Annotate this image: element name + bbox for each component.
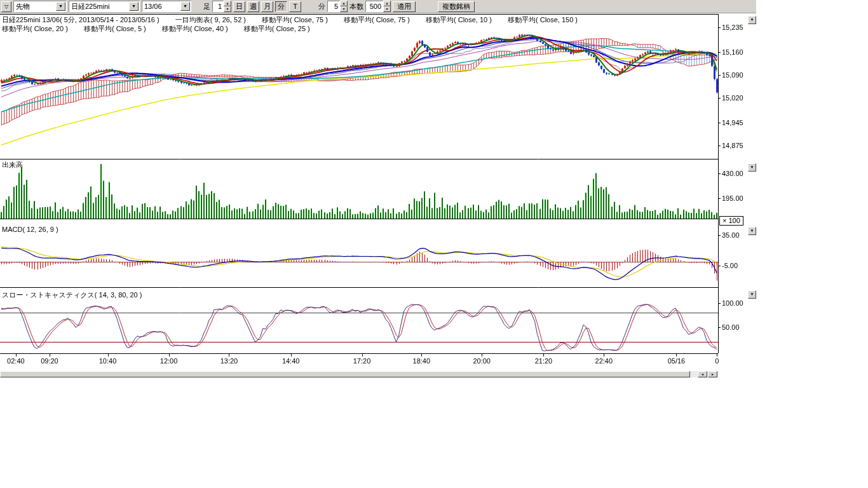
spin-down-button[interactable]: ▼ bbox=[383, 6, 391, 12]
chevron-down-icon: ▼ bbox=[750, 18, 754, 22]
contract-select-value: 13/06 bbox=[144, 3, 180, 10]
scroll-left-button[interactable]: ◄ bbox=[698, 371, 707, 377]
legend-ma-20: 移動平均( Close, 20 ) bbox=[2, 25, 68, 32]
minute-spinner: ▲ ▼ bbox=[327, 1, 348, 12]
legend-symbol-timeframe: 日経225mini 13/06( 5分, 2013/05/14 - 2013/0… bbox=[2, 16, 159, 24]
price-chart-canvas[interactable] bbox=[0, 14, 756, 360]
symbol-select-value: 日経225mini bbox=[71, 2, 129, 11]
contract-select[interactable]: 13/06 ▼ bbox=[142, 1, 191, 12]
chevron-down-icon: ▼ bbox=[750, 229, 754, 233]
volume-panel-title: 出来高 bbox=[2, 160, 23, 170]
legend-ma-40: 移動平均( Close, 40 ) bbox=[162, 25, 228, 32]
filter-button[interactable]: ▽ bbox=[1, 1, 11, 12]
arrow-up-icon: ▲ bbox=[342, 1, 346, 5]
stoch-panel-title: スロー・ストキャスティクス( 14, 3, 80, 20 ) bbox=[2, 290, 142, 300]
spin-up-button[interactable]: ▲ bbox=[383, 1, 391, 6]
symbol-select[interactable]: 日経225mini ▼ bbox=[69, 1, 140, 12]
price-panel-menu-button[interactable]: ▼ bbox=[748, 16, 756, 24]
spin-up-button[interactable]: ▲ bbox=[224, 1, 231, 6]
arrow-up-icon: ▲ bbox=[386, 1, 389, 5]
price-legend-row2: 移動平均( Close, 20 ) 移動平均( Close, 5 ) 移動平均(… bbox=[2, 24, 324, 34]
bar-interval-input[interactable] bbox=[212, 1, 224, 12]
volume-panel-menu-button[interactable]: ▼ bbox=[748, 163, 756, 172]
scroll-right-button[interactable]: ► bbox=[708, 371, 717, 377]
legend-ma-25: 移動平均( Close, 25 ) bbox=[244, 25, 310, 32]
legend-ma-75: 移動平均( Close, 75 ) bbox=[262, 16, 328, 24]
spin-down-button[interactable]: ▼ bbox=[340, 6, 348, 12]
toolbar: ▽ 先物 ▼ 日経225mini ▼ 13/06 ▼ 足 ▲ ▼ 日 週 月 分… bbox=[0, 0, 756, 13]
macd-panel-title: MACD( 12, 26, 9 ) bbox=[2, 226, 58, 233]
category-select[interactable]: 先物 ▼ bbox=[13, 1, 67, 12]
multi-symbol-button[interactable]: 複数銘柄 bbox=[438, 1, 475, 12]
chevron-down-icon[interactable]: ▼ bbox=[56, 2, 65, 11]
minute-input[interactable] bbox=[327, 1, 340, 12]
arrow-right-icon: ► bbox=[711, 372, 714, 376]
filter-icon: ▽ bbox=[4, 4, 8, 10]
category-select-value: 先物 bbox=[16, 2, 56, 11]
chevron-down-icon[interactable]: ▼ bbox=[129, 2, 139, 11]
period-minute-button[interactable]: 分 bbox=[275, 1, 287, 12]
volume-multiplier-badge: × 100 bbox=[719, 216, 743, 226]
legend-ma-5: 移動平均( Close, 5 ) bbox=[84, 25, 146, 32]
legend-ma-75b: 移動平均( Close, 75 ) bbox=[344, 16, 410, 24]
bar-count-label: 本数 bbox=[349, 2, 363, 11]
period-monthly-button[interactable]: 月 bbox=[261, 1, 273, 12]
chevron-down-icon: ▼ bbox=[750, 165, 754, 169]
chevron-down-icon: ▼ bbox=[750, 292, 754, 296]
arrow-up-icon: ▲ bbox=[226, 1, 229, 5]
bar-type-label: 足 bbox=[203, 2, 210, 11]
price-legend-row1: 日経225mini 13/06( 5分, 2013/05/14 - 2013/0… bbox=[2, 15, 592, 25]
arrow-down-icon: ▼ bbox=[226, 7, 229, 11]
chevron-down-icon[interactable]: ▼ bbox=[180, 2, 190, 11]
horizontal-scrollbar[interactable]: ◄ ► bbox=[0, 371, 718, 377]
spin-down-button[interactable]: ▼ bbox=[224, 6, 231, 12]
arrow-down-icon: ▼ bbox=[342, 7, 346, 11]
period-tick-button[interactable]: T bbox=[289, 1, 301, 12]
legend-ma-150: 移動平均( Close, 150 ) bbox=[508, 16, 578, 24]
chart-application-window: ▽ 先物 ▼ 日経225mini ▼ 13/06 ▼ 足 ▲ ▼ 日 週 月 分… bbox=[0, 0, 756, 381]
spin-up-button[interactable]: ▲ bbox=[340, 1, 348, 6]
legend-ma-10: 移動平均( Close, 10 ) bbox=[426, 16, 492, 24]
arrow-left-icon: ◄ bbox=[701, 372, 704, 376]
bar-interval-spinner: ▲ ▼ bbox=[212, 1, 231, 12]
legend-ichimoku: 一目均衡表( 9, 26, 52 ) bbox=[175, 16, 246, 24]
bar-count-spinner: ▲ ▼ bbox=[365, 1, 391, 12]
minute-label: 分 bbox=[318, 2, 325, 11]
apply-button[interactable]: 適用 bbox=[393, 1, 416, 12]
period-weekly-button[interactable]: 週 bbox=[247, 1, 259, 12]
arrow-down-icon: ▼ bbox=[386, 7, 389, 11]
stoch-panel-menu-button[interactable]: ▼ bbox=[748, 290, 756, 299]
bar-count-input[interactable] bbox=[365, 1, 383, 12]
scrollbar-thumb[interactable] bbox=[0, 371, 690, 377]
macd-panel-menu-button[interactable]: ▼ bbox=[748, 227, 756, 235]
period-daily-button[interactable]: 日 bbox=[233, 1, 245, 12]
